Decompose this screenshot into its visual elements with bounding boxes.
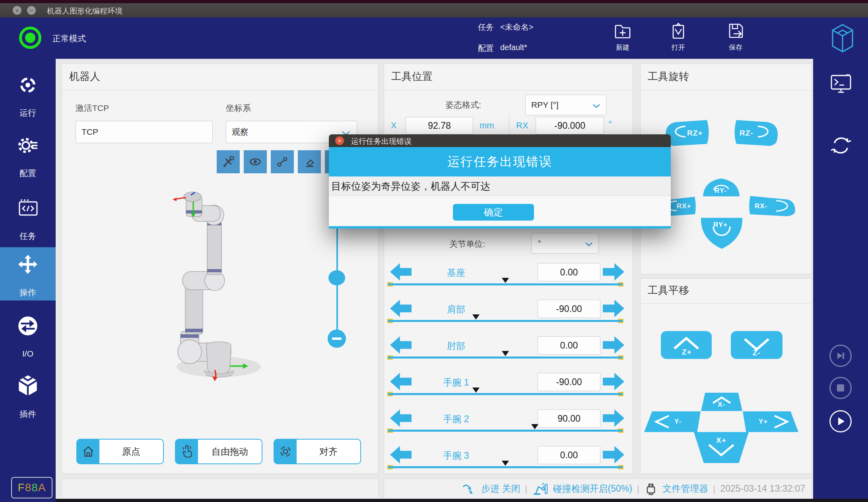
step-forward-icon	[835, 350, 847, 362]
ry-minus-button[interactable]: RY-	[702, 177, 741, 196]
run-icon	[18, 76, 37, 95]
view-tools-button[interactable]	[217, 150, 240, 173]
file-manager-link[interactable]: 文件管理器	[662, 483, 708, 495]
loop-icon[interactable]	[830, 135, 852, 156]
x-minus-button[interactable]: X-	[701, 393, 742, 411]
x-value-input[interactable]: 92.78	[406, 117, 473, 134]
sidebar-item-task[interactable]: 任务	[0, 193, 56, 241]
joint-2-name: 肘部	[420, 340, 492, 352]
pose-format-dropdown[interactable]: RPY [°]	[525, 95, 606, 115]
ry-plus-label: RY+	[713, 221, 728, 229]
x-minus-label: X-	[718, 401, 725, 409]
status-timestamp: 2025-03-14 13:32:07	[720, 483, 805, 494]
joint-5-name: 手腕 3	[420, 450, 492, 462]
dialog-ok-button[interactable]: 确定	[453, 204, 534, 221]
view-zoom-out-button[interactable]	[328, 329, 346, 348]
home-icon	[77, 440, 99, 463]
align-button[interactable]: 对齐	[274, 439, 361, 464]
sidebar-item-config-label: 配置	[0, 168, 56, 179]
operate-move-icon	[18, 254, 38, 274]
joint-unit-dropdown[interactable]: °	[531, 233, 599, 254]
rz-plus-label: RZ+	[687, 129, 703, 138]
x-plus-label: X+	[716, 436, 726, 445]
error-dialog-title: 运行任务出现错误	[351, 136, 412, 147]
window-close-button[interactable]: ×	[13, 6, 21, 15]
rz-minus-button[interactable]: RZ-	[733, 119, 781, 146]
rx-plus-label: RX+	[677, 202, 691, 210]
config-value: default*	[500, 43, 527, 52]
open-icon	[669, 22, 687, 41]
z-minus-button[interactable]: Z-	[731, 331, 783, 359]
save-icon	[726, 22, 745, 41]
slider-marker[interactable]	[472, 388, 480, 393]
slider-marker[interactable]	[472, 314, 480, 320]
chevron-down-icon	[592, 104, 600, 109]
align-button-label: 对齐	[297, 440, 360, 463]
new-task-button[interactable]: 新建	[608, 21, 638, 56]
status-bar-content: 步进 关闭 | 碰撞检测开启(50%) | 文件管理器 | 2025-03-14…	[437, 479, 805, 499]
error-dialog-titlebar[interactable]: × 运行任务出现错误	[329, 134, 671, 147]
joint-3-slider[interactable]	[388, 388, 623, 396]
task-value: <未命名>	[500, 22, 533, 33]
error-dialog-message-row: 目标位姿为奇异位姿，机器人不可达	[329, 176, 671, 196]
sidebar-item-plugin[interactable]: 插件	[0, 371, 56, 419]
slider-marker[interactable]	[502, 461, 509, 466]
y-minus-button[interactable]: Y-	[644, 411, 701, 432]
home-button[interactable]: 原点	[76, 439, 164, 464]
view-path-button[interactable]	[271, 150, 294, 173]
ry-plus-button[interactable]: RY+	[698, 216, 745, 250]
y-plus-label: Y+	[759, 418, 768, 426]
x-unit-label: mm	[480, 120, 494, 131]
local-control-icon[interactable]	[830, 74, 852, 94]
sidebar-item-task-label: 任务	[0, 231, 56, 242]
joint-4-slider[interactable]	[388, 424, 623, 433]
new-task-icon	[614, 22, 632, 41]
sidebar-item-operate[interactable]: 操作	[0, 250, 56, 299]
align-target-icon	[274, 440, 297, 463]
joint-1-slider[interactable]	[388, 314, 623, 323]
play-button[interactable]	[829, 410, 852, 432]
rx-minus-button[interactable]: RX-	[748, 195, 798, 217]
collision-detect-toggle[interactable]: 碰撞检测开启(50%)	[553, 483, 632, 495]
rx-value-input[interactable]: -90.000	[536, 117, 604, 134]
step-mode-toggle[interactable]: 步进 关闭	[481, 483, 520, 495]
robot-3d-viewport[interactable]	[64, 175, 374, 433]
window-minimize-button[interactable]: −	[27, 6, 36, 15]
active-tcp-label: 激活TCP	[76, 103, 109, 114]
chevron-down-icon	[585, 242, 593, 247]
path-waypoints-icon	[276, 155, 289, 168]
sidebar-item-config[interactable]: 配置	[0, 131, 56, 179]
joint-0-slider[interactable]	[388, 278, 623, 287]
slider-marker[interactable]	[531, 424, 538, 429]
view-zoom-handle[interactable]	[328, 270, 345, 285]
sidebar-item-operate-label: 操作	[0, 287, 56, 298]
slider-marker[interactable]	[502, 351, 509, 356]
joint-2-slider[interactable]	[388, 351, 623, 360]
joint-5-slider[interactable]	[388, 461, 623, 469]
sidebar-item-run[interactable]: 运行	[0, 71, 56, 118]
save-button[interactable]: 保存	[720, 21, 751, 56]
step-forward-button[interactable]	[829, 345, 852, 367]
y-plus-button[interactable]: Y+	[743, 411, 798, 432]
error-dialog-bottom-accent	[329, 226, 671, 229]
divider	[641, 90, 811, 91]
free-drag-button[interactable]: 自由拖动	[175, 439, 262, 464]
free-drag-button-label: 自由拖动	[198, 440, 262, 463]
status-bar-left	[62, 479, 379, 499]
z-plus-button[interactable]: Z+	[661, 331, 712, 359]
device-logo-box: F88A	[11, 477, 52, 498]
ry-minus-label: RY-	[715, 187, 727, 195]
dialog-close-button[interactable]: ×	[335, 136, 344, 145]
desktop-top-strip	[0, 0, 868, 3]
view-erase-button[interactable]	[298, 150, 321, 173]
stop-button[interactable]	[829, 377, 852, 399]
active-tcp-input[interactable]: TCP	[76, 121, 213, 143]
minus-icon	[332, 337, 342, 340]
step-mode-icon	[462, 483, 476, 495]
sidebar-item-io[interactable]: I/O	[0, 312, 56, 359]
slider-marker[interactable]	[502, 278, 509, 283]
divider	[384, 90, 632, 91]
view-visibility-button[interactable]	[244, 150, 267, 173]
open-button[interactable]: 打开	[663, 21, 693, 56]
joint-1-name: 肩部	[420, 303, 492, 316]
